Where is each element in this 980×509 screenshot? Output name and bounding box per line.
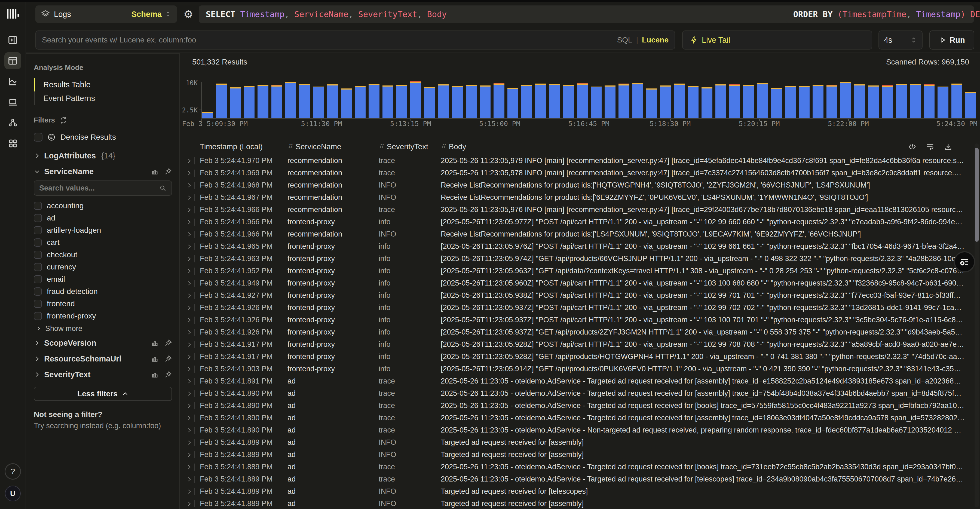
- service-value-row[interactable]: ad: [34, 212, 172, 224]
- expand-row-icon[interactable]: [184, 293, 194, 298]
- clickhouse-logo-icon[interactable]: [6, 8, 19, 21]
- scrollbar-thumb[interactable]: [975, 148, 978, 242]
- value-checkbox[interactable]: [34, 202, 42, 210]
- table-row[interactable]: Feb 3 5:24:41.903 PM frontend-proxy info…: [180, 363, 980, 375]
- histogram-bar[interactable]: [396, 85, 407, 118]
- value-checkbox[interactable]: [34, 288, 42, 296]
- histogram-bar[interactable]: [840, 82, 851, 118]
- refresh-interval-select[interactable]: 4s: [878, 30, 923, 49]
- service-value-row[interactable]: frontend: [34, 297, 172, 310]
- histogram-bar[interactable]: [757, 83, 768, 118]
- value-checkbox[interactable]: [34, 312, 42, 320]
- table-row[interactable]: Feb 3 5:24:41.889 PM ad INFO Targeted ad…: [180, 436, 980, 449]
- expand-row-icon[interactable]: [184, 477, 194, 482]
- run-query-button[interactable]: Run: [929, 30, 974, 49]
- table-row[interactable]: Feb 3 5:24:41.926 PM frontend-proxy info…: [180, 314, 980, 326]
- histogram-bar[interactable]: [910, 84, 921, 118]
- table-row[interactable]: Feb 3 5:24:41.891 PM ad trace 2025-05-26…: [180, 375, 980, 387]
- filter-group-row[interactable]: ResourceSchemaUrl: [34, 351, 172, 367]
- order-by-editor[interactable]: ORDER BY (TimestampTime, Timestamp) DESC: [786, 5, 974, 23]
- expand-row-icon[interactable]: [184, 464, 194, 470]
- table-row[interactable]: Feb 3 5:24:41.966 PM recommendation INFO…: [180, 228, 980, 240]
- nav-item-panel-toggle-icon[interactable]: [4, 32, 21, 48]
- histogram-bar[interactable]: [466, 85, 477, 118]
- histogram-bar[interactable]: [854, 84, 865, 118]
- source-selector[interactable]: Logs Schema: [35, 5, 177, 23]
- denoise-results-toggle[interactable]: Denoise Results: [34, 130, 172, 144]
- table-row[interactable]: Feb 3 5:24:41.967 PM recommendation INFO…: [180, 191, 980, 204]
- expand-row-icon[interactable]: [184, 329, 194, 335]
- service-value-row[interactable]: artillery-loadgen: [34, 224, 172, 236]
- pin-icon[interactable]: [164, 355, 172, 363]
- table-row[interactable]: Feb 3 5:24:41.917 PM frontend-proxy info…: [180, 351, 980, 363]
- histogram-bar[interactable]: [424, 87, 435, 118]
- chart-mini-icon[interactable]: [151, 168, 158, 175]
- histogram-bar[interactable]: [632, 83, 643, 118]
- filter-group-logattributes[interactable]: LogAttributes {14}: [34, 148, 172, 164]
- table-row[interactable]: Feb 3 5:24:41.890 PM ad trace 2025-05-26…: [180, 412, 980, 424]
- histogram-bar[interactable]: [868, 86, 879, 118]
- expand-row-icon[interactable]: [184, 489, 194, 494]
- histogram-bar[interactable]: [452, 86, 463, 118]
- table-row[interactable]: Feb 3 5:24:41.949 PM frontend-proxy info…: [180, 277, 980, 289]
- expand-row-icon[interactable]: [184, 305, 194, 310]
- expand-row-icon[interactable]: [184, 501, 194, 507]
- table-row[interactable]: Feb 3 5:24:41.917 PM frontend-proxy info…: [180, 338, 980, 351]
- filter-group-row[interactable]: SeverityText: [34, 367, 172, 382]
- expand-row-icon[interactable]: [184, 183, 194, 188]
- histogram-bar[interactable]: [924, 84, 935, 118]
- service-value-row[interactable]: cart: [34, 236, 172, 248]
- histogram-bar[interactable]: [646, 89, 657, 118]
- histogram-bar[interactable]: [813, 85, 824, 118]
- filter-group-servicename[interactable]: ServiceName: [34, 164, 172, 180]
- code-columns-icon[interactable]: [908, 143, 916, 151]
- table-row[interactable]: Feb 3 5:24:41.889 PM ad trace 2025-05-26…: [180, 473, 980, 485]
- histogram-bar[interactable]: [313, 87, 324, 118]
- histogram-bar[interactable]: [965, 92, 976, 118]
- mode-results-table[interactable]: Results Table: [34, 78, 172, 91]
- column-header-severitytext[interactable]: ⠿SeverityText: [379, 142, 441, 151]
- histogram-bar[interactable]: [702, 87, 713, 118]
- histogram-bar[interactable]: [410, 81, 421, 118]
- table-row[interactable]: Feb 3 5:24:41.890 PM ad trace 2025-05-26…: [180, 424, 980, 436]
- table-row[interactable]: Feb 3 5:24:41.969 PM recommendation trac…: [180, 167, 980, 179]
- histogram-bar[interactable]: [715, 84, 726, 118]
- live-tail-button[interactable]: Live Tail: [682, 30, 872, 49]
- nav-item-search-results-icon[interactable]: [4, 52, 21, 69]
- mode-event-patterns[interactable]: Event Patterns: [34, 91, 172, 105]
- histogram-bar[interactable]: [563, 85, 574, 118]
- service-value-row[interactable]: frontend-proxy: [34, 310, 172, 322]
- histogram-bar[interactable]: [382, 86, 393, 118]
- denoise-checkbox[interactable]: [34, 133, 43, 142]
- histogram-bar[interactable]: [826, 85, 837, 118]
- histogram-bar[interactable]: [493, 83, 504, 118]
- table-row[interactable]: Feb 3 5:24:41.966 PM frontend-proxy info…: [180, 216, 980, 228]
- histogram-bar[interactable]: [521, 85, 532, 118]
- histogram-bar[interactable]: [937, 87, 948, 118]
- expand-row-icon[interactable]: [184, 232, 194, 237]
- value-checkbox[interactable]: [34, 263, 42, 271]
- histogram-bar[interactable]: [508, 88, 518, 118]
- table-row[interactable]: Feb 3 5:24:41.889 PM ad INFO Targeted ad…: [180, 485, 980, 498]
- histogram-bar[interactable]: [285, 82, 296, 118]
- sql-toggle[interactable]: SQL: [617, 36, 632, 45]
- table-row[interactable]: Feb 3 5:24:41.963 PM frontend-proxy info…: [180, 253, 980, 265]
- wrap-lines-icon[interactable]: [926, 143, 934, 151]
- value-checkbox[interactable]: [34, 214, 42, 222]
- live-feed-button[interactable]: [954, 251, 975, 272]
- select-clause-editor[interactable]: SELECT Timestamp, ServiceName, SeverityT…: [199, 5, 802, 23]
- histogram-bar[interactable]: [355, 86, 366, 118]
- value-checkbox[interactable]: [34, 300, 42, 308]
- table-row[interactable]: Feb 3 5:24:41.968 PM recommendation INFO…: [180, 179, 980, 191]
- less-filters-button[interactable]: Less filters: [34, 387, 172, 401]
- expand-row-icon[interactable]: [184, 244, 194, 249]
- drag-handle-icon[interactable]: ⠿: [379, 143, 383, 151]
- service-value-row[interactable]: currency: [34, 261, 172, 273]
- histogram-bar[interactable]: [605, 86, 616, 118]
- histogram-bar[interactable]: [896, 84, 907, 118]
- expand-row-icon[interactable]: [184, 391, 194, 396]
- histogram-bar[interactable]: [577, 83, 588, 118]
- histogram-bar[interactable]: [729, 84, 740, 118]
- column-header-servicename[interactable]: ⠿ServiceName: [288, 142, 379, 151]
- pin-icon[interactable]: [164, 371, 172, 379]
